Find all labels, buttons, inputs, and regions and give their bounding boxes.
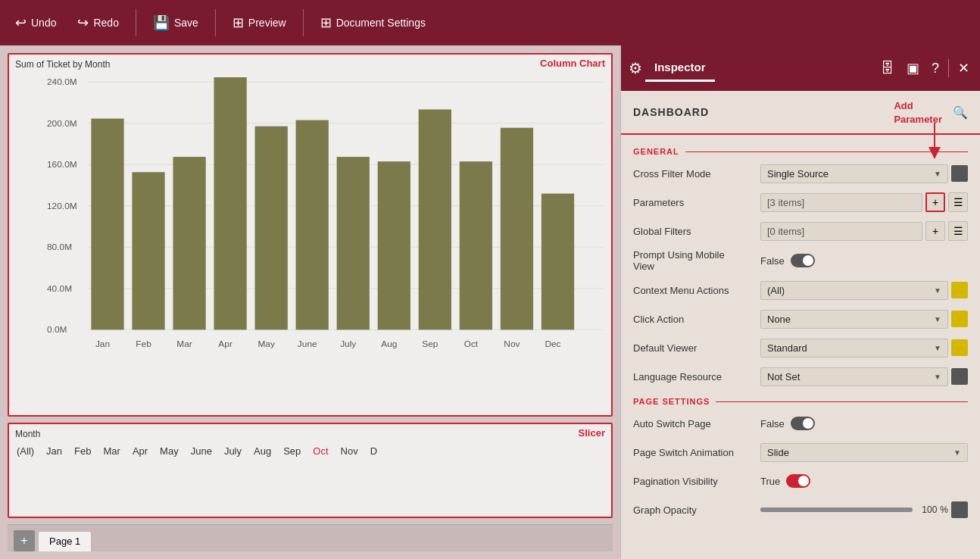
redo-icon: ↪: [77, 14, 89, 31]
cross-filter-mode-select[interactable]: Single Source ▼: [760, 164, 948, 183]
page-switch-animation-row: Page Switch Animation Slide ▼: [621, 438, 980, 467]
context-menu-color-swatch: [951, 282, 968, 298]
auto-switch-page-toggle[interactable]: [791, 417, 815, 430]
global-filters-add-button[interactable]: +: [925, 221, 945, 241]
svg-text:Nov: Nov: [504, 339, 520, 348]
svg-text:Dec: Dec: [545, 339, 560, 348]
click-action-select[interactable]: None ▼: [760, 310, 948, 329]
graph-opacity-progress-bar[interactable]: [760, 507, 913, 512]
svg-rect-17: [214, 77, 247, 329]
parameters-add-button[interactable]: +: [925, 192, 945, 212]
add-page-button[interactable]: +: [14, 530, 35, 551]
graph-opacity-label: Graph Opacity: [633, 504, 754, 516]
context-menu-select[interactable]: (All) ▼: [760, 281, 948, 300]
pagination-visibility-value: True: [760, 474, 968, 488]
preview-button[interactable]: ⊞ Preview: [225, 10, 294, 36]
prompt-mobile-text: False: [760, 255, 785, 267]
slicer-item-nov[interactable]: Nov: [341, 445, 358, 457]
slicer-widget[interactable]: Month Slicer (All) Jan Feb Mar Apr May J…: [8, 423, 613, 518]
search-button[interactable]: 🔍: [953, 105, 968, 120]
click-action-label: Click Action: [633, 314, 754, 325]
slicer-title: Month: [9, 424, 611, 441]
slicer-item-sep[interactable]: Sep: [283, 445, 301, 457]
slicer-item-d[interactable]: D: [370, 445, 377, 457]
chart-widget[interactable]: Sum of Ticket by Month Column Chart 240.…: [8, 53, 613, 417]
language-resource-select[interactable]: Not Set ▼: [760, 367, 948, 386]
prompt-mobile-toggle[interactable]: [791, 254, 815, 267]
panel-icon[interactable]: ▣: [904, 57, 922, 80]
close-icon[interactable]: ✕: [955, 57, 972, 80]
global-filters-text: [0 items]: [767, 226, 804, 237]
click-action-text: None: [767, 314, 791, 325]
svg-text:Jan: Jan: [95, 339, 110, 348]
slicer-item-july[interactable]: July: [224, 445, 242, 457]
global-filters-value: [0 items] + ☰: [760, 221, 968, 241]
divider-3: [303, 9, 304, 36]
cross-filter-mode-label: Cross Filter Mode: [633, 168, 754, 180]
click-action-chevron-icon: ▼: [934, 315, 941, 323]
page-switch-animation-chevron-icon: ▼: [953, 448, 961, 457]
svg-rect-25: [541, 194, 574, 330]
help-icon[interactable]: ?: [929, 58, 942, 80]
default-viewer-text: Standard: [767, 342, 807, 354]
svg-rect-14: [91, 119, 123, 330]
divider-2: [215, 9, 216, 36]
bottom-bar: + Page 1: [8, 524, 613, 551]
slicer-item-feb[interactable]: Feb: [74, 445, 91, 457]
page-tab-label: Page 1: [49, 536, 80, 547]
pagination-visibility-toggle[interactable]: [786, 474, 810, 488]
auto-switch-page-label: Auto Switch Page: [633, 418, 754, 429]
svg-rect-15: [132, 172, 164, 329]
graph-opacity-color-swatch: [951, 501, 968, 518]
page-tab-1[interactable]: Page 1: [38, 531, 92, 551]
svg-text:Aug: Aug: [381, 339, 397, 348]
undo-icon: ↩: [15, 14, 27, 31]
svg-text:200.0M: 200.0M: [47, 119, 77, 128]
gear-icon: ⚙: [629, 59, 642, 77]
global-filters-menu-button[interactable]: ☰: [948, 221, 968, 241]
prompt-mobile-value: False: [760, 254, 968, 267]
slicer-item-mar[interactable]: Mar: [103, 445, 120, 457]
inspector-header-icons: 🗄 ▣ ? ✕: [878, 57, 972, 80]
slicer-item-jan[interactable]: Jan: [46, 445, 62, 457]
page-settings-section-header: PAGE SETTINGS: [621, 391, 980, 409]
svg-rect-20: [337, 157, 370, 329]
parameters-menu-button[interactable]: ☰: [948, 192, 968, 212]
slicer-item-may[interactable]: May: [160, 445, 179, 457]
inspector-tab-label: Inspector: [654, 61, 706, 73]
preview-label: Preview: [248, 17, 286, 29]
database-icon[interactable]: 🗄: [878, 58, 897, 80]
context-menu-chevron-icon: ▼: [934, 286, 941, 295]
redo-button[interactable]: ↪ Redo: [70, 10, 126, 36]
doc-settings-button[interactable]: ⊞ Document Settings: [313, 10, 433, 36]
svg-text:May: May: [257, 339, 275, 348]
slicer-item-june[interactable]: June: [191, 445, 212, 457]
slicer-item-aug[interactable]: Aug: [254, 445, 271, 457]
inspector-header: ⚙ Inspector 🗄 ▣ ? ✕: [621, 45, 980, 91]
slicer-item-oct[interactable]: Oct: [313, 445, 328, 457]
page-switch-animation-value: Slide ▼: [760, 443, 968, 462]
chart-type-label: Column Chart: [540, 58, 605, 69]
global-filters-row: Global Filters [0 items] + ☰: [621, 217, 980, 245]
parameters-label: Parameters: [633, 197, 754, 208]
default-viewer-select[interactable]: Standard ▼: [760, 339, 948, 358]
prompt-mobile-label: Prompt Using MobileView: [633, 249, 754, 272]
slicer-item-all[interactable]: (All): [17, 445, 34, 457]
click-action-value: None ▼: [760, 310, 968, 329]
slicer-item-apr[interactable]: Apr: [133, 445, 148, 457]
pagination-visibility-label: Pagination Visibility: [633, 476, 754, 487]
cross-filter-chevron-icon: ▼: [934, 170, 941, 178]
svg-rect-24: [501, 128, 533, 330]
language-resource-value: Not Set ▼: [760, 367, 968, 386]
global-filters-input: [0 items]: [760, 222, 922, 241]
svg-rect-22: [419, 109, 451, 329]
save-button[interactable]: 💾 Save: [145, 10, 206, 36]
inspector-content: GENERAL Cross Filter Mode Single Source …: [621, 135, 980, 559]
page-switch-animation-select[interactable]: Slide ▼: [760, 443, 968, 462]
global-filters-label: Global Filters: [633, 226, 754, 237]
pagination-visibility-row: Pagination Visibility True: [621, 467, 980, 495]
cross-filter-color-swatch: [951, 165, 968, 182]
inspector-tab[interactable]: Inspector: [645, 55, 715, 82]
undo-button[interactable]: ↩ Undo: [8, 10, 64, 36]
svg-text:Oct: Oct: [464, 339, 479, 348]
